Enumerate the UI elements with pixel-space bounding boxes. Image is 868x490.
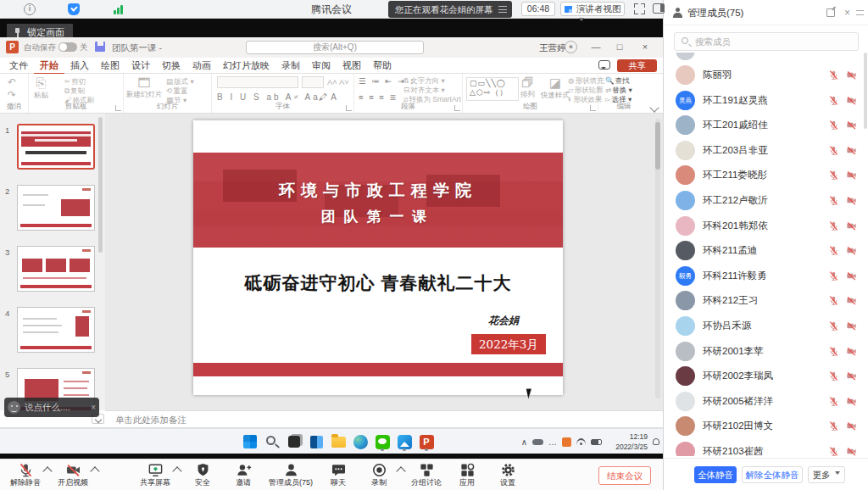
toolbar-mic-off-button[interactable]: 解除静音 [5, 461, 46, 488]
member-camera-off-icon[interactable] [846, 245, 857, 256]
member-row[interactable]: 毅勇 环科211许毅勇 [664, 264, 868, 289]
comments-icon[interactable] [598, 60, 610, 70]
fullscreen-icon[interactable] [634, 3, 645, 14]
toolbar-chat-button[interactable]: 聊天 [318, 461, 359, 488]
close-panel-icon[interactable]: × [844, 0, 850, 25]
member-row[interactable]: 环研2102田博文 [664, 414, 868, 439]
account-name[interactable]: 王营婷 [539, 37, 566, 58]
member-row[interactable]: 环研2002李瑞凤 [664, 364, 868, 389]
toolbar-record-button[interactable]: 录制 [359, 461, 399, 488]
popout-panel-icon[interactable] [826, 8, 835, 17]
autosave-toggle[interactable]: 自动保存关 [24, 42, 88, 53]
banner-menu-icon[interactable] [498, 6, 507, 13]
member-row[interactable]: 环协吕禾源 [664, 314, 868, 339]
notification-bell-icon[interactable] [653, 438, 659, 445]
tray-chevron-icon[interactable]: ∧ [521, 437, 527, 447]
member-camera-off-icon[interactable] [846, 145, 857, 156]
toolbar-share-button[interactable]: 共享屏幕 [135, 461, 175, 488]
view-mode-button[interactable]: 演讲者视图 [560, 2, 625, 16]
font-color-buttons[interactable]: 🖍 A [319, 92, 337, 102]
unmute-all-button[interactable]: 解除全体静音 [742, 466, 803, 483]
member-mic-off-icon[interactable] [828, 70, 839, 81]
dialog-launcher-icon[interactable] [115, 105, 121, 111]
member-mic-off-icon[interactable] [828, 320, 839, 331]
collapse-ribbon-icon[interactable] [649, 103, 659, 112]
taskbar-powerpoint-icon[interactable]: P [417, 432, 436, 451]
member-camera-off-icon[interactable] [846, 446, 857, 456]
panel-menu-icon[interactable] [856, 10, 864, 15]
ppt-tab-帮助[interactable]: 帮助 [367, 58, 398, 73]
align-buttons[interactable]: ≡ ≡ ≡ ≣ [359, 92, 398, 102]
toolbar-shield-button[interactable]: 安全 [182, 461, 223, 488]
member-mic-off-icon[interactable] [828, 195, 839, 206]
ppt-tab-切换[interactable]: 切换 [156, 58, 186, 73]
member-row[interactable]: 环科212王习 [664, 288, 868, 314]
member-row[interactable]: 环研2001李苹 [664, 339, 868, 365]
member-list-scrollbar[interactable] [864, 53, 867, 129]
member-mic-off-icon[interactable] [828, 245, 839, 256]
member-search-input[interactable]: 搜索成员 [674, 32, 859, 51]
dialog-launcher-icon[interactable] [454, 105, 460, 111]
taskbar-wechat-icon[interactable] [373, 432, 392, 451]
ppt-tab-录制[interactable]: 录制 [275, 58, 306, 73]
system-tray[interactable]: ∧ … [521, 429, 602, 454]
member-row[interactable]: 环工201戚绍佳 [664, 113, 868, 138]
battery-icon[interactable] [591, 439, 602, 445]
dialog-launcher-icon[interactable] [590, 105, 596, 111]
floating-chat-bar[interactable]: 说点什么.... × [4, 398, 99, 417]
quick-styles-button[interactable]: ◪快速样式 [541, 75, 570, 101]
new-slide-button[interactable]: 🗔新建幻灯片 [125, 75, 163, 100]
toolbar-member-button[interactable]: 管理成员(75) [264, 461, 318, 488]
toolbar-invite-button[interactable]: 邀请 [223, 461, 264, 488]
member-mic-off-icon[interactable] [828, 145, 839, 156]
member-row[interactable]: 环研2005褚洋洋 [664, 389, 868, 415]
canvas-scrollbar[interactable] [655, 119, 660, 398]
side-panel-toggle-icon[interactable] [653, 3, 665, 14]
end-meeting-button[interactable]: 结束会议 [598, 466, 651, 485]
member-row[interactable]: 环工212卢敬沂 [664, 188, 868, 214]
member-mic-off-icon[interactable] [828, 170, 839, 181]
chat-input-placeholder[interactable]: 说点什么.... [25, 398, 70, 417]
notes-pane[interactable]: 单击此处添加备注 [105, 410, 663, 427]
member-mic-off-icon[interactable] [828, 220, 839, 231]
member-row[interactable]: 灵燕 环工191赵灵燕 [664, 88, 868, 114]
taskbar-photos-icon[interactable] [395, 432, 414, 451]
member-camera-off-icon[interactable] [846, 95, 857, 106]
ppt-tab-幻灯片放映[interactable]: 幻灯片放映 [217, 58, 275, 73]
ppt-tab-绘图[interactable]: 绘图 [95, 58, 125, 73]
ppt-share-button[interactable]: 共享 [617, 59, 657, 72]
toolbar-gear-button[interactable]: 设置 [487, 461, 528, 488]
member-mic-off-icon[interactable] [828, 120, 839, 131]
member-row[interactable]: 陈丽羽 [664, 63, 868, 88]
arrange-button[interactable]: 🗇排列 [520, 75, 535, 100]
member-row[interactable]: 环工211娄晓彤 [664, 163, 868, 188]
tray-more-icon[interactable]: … [548, 437, 557, 447]
member-mic-off-icon[interactable] [828, 446, 839, 456]
toolbar-apps-button[interactable]: 应用 [447, 461, 487, 488]
ppt-tab-视图[interactable]: 视图 [337, 58, 367, 73]
onedrive-icon[interactable] [532, 439, 543, 445]
member-row[interactable]: 环科211孟迪 [664, 238, 868, 264]
member-camera-off-icon[interactable] [846, 195, 857, 206]
member-mic-off-icon[interactable] [828, 420, 839, 432]
close-button[interactable]: × [634, 37, 656, 58]
redo-icon[interactable]: ↷ [8, 89, 16, 101]
font-name-box[interactable] [217, 76, 298, 88]
ppt-tab-审阅[interactable]: 审阅 [306, 58, 337, 73]
undo-icon[interactable]: ↶ [8, 76, 16, 88]
member-camera-off-icon[interactable] [846, 420, 857, 432]
toggle-switch-icon[interactable] [58, 42, 77, 52]
member-row[interactable]: 环科201韩郑依 [664, 214, 868, 239]
watching-banner[interactable]: 您正在观看花会娟的屏幕 [388, 1, 512, 18]
member-camera-off-icon[interactable] [846, 70, 857, 81]
ppt-tab-设计[interactable]: 设计 [125, 58, 156, 73]
member-mic-off-icon[interactable] [828, 270, 839, 281]
taskbar-start-icon[interactable] [241, 432, 259, 451]
member-camera-off-icon[interactable] [846, 220, 857, 231]
powerpoint-tray-icon[interactable] [562, 437, 571, 447]
member-mic-off-icon[interactable] [828, 295, 839, 306]
member-camera-off-icon[interactable] [846, 295, 857, 306]
toolbar-breakout-button[interactable]: 分组讨论 [406, 461, 447, 488]
member-mic-off-icon[interactable] [828, 346, 839, 357]
member-camera-off-icon[interactable] [846, 396, 857, 407]
